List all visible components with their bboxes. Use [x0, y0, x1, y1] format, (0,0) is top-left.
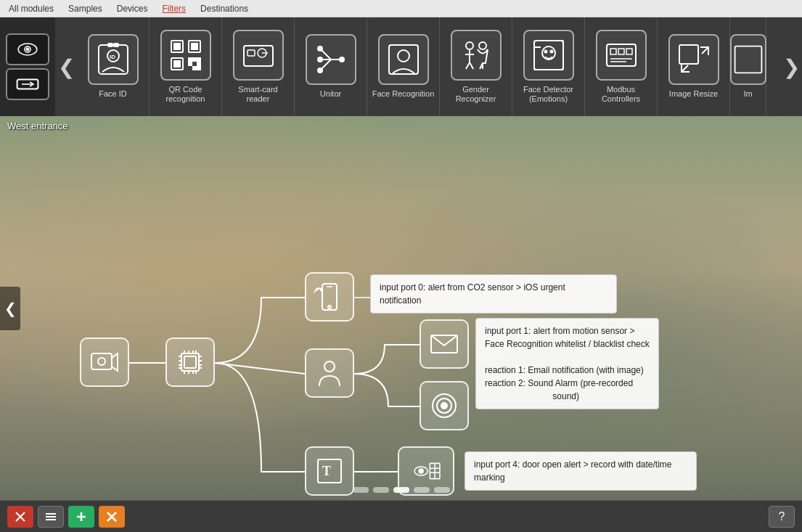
svg-rect-56 [618, 49, 624, 54]
tooltip-co2: input port 0: alert from CO2 sensor > iO… [370, 274, 617, 314]
face-detector-label: Face Detector (Emotions) [517, 85, 580, 104]
bottom-toolbar: ? [0, 500, 802, 532]
dot-3[interactable] [393, 487, 409, 493]
qr-icon-box [160, 30, 211, 81]
image-resize-label: Image Resize [669, 89, 718, 99]
dot-5[interactable] [434, 487, 450, 493]
svg-line-62 [682, 65, 688, 72]
delete-button[interactable] [7, 506, 33, 528]
svg-point-32 [340, 57, 344, 62]
svg-point-92 [324, 361, 335, 372]
svg-point-70 [98, 358, 105, 365]
module-im[interactable]: Im [730, 17, 766, 116]
module-nav-left[interactable]: ❮ [55, 17, 77, 116]
node-email[interactable] [420, 319, 469, 369]
nav-destinations[interactable]: Destinations [200, 4, 248, 14]
image-resize-icon-box [668, 34, 719, 85]
svg-text:T: T [322, 464, 331, 478]
module-bar-left-icons [0, 17, 55, 116]
help-label: ? [779, 510, 785, 523]
dot-2[interactable] [373, 487, 389, 493]
svg-point-35 [466, 42, 473, 49]
svg-rect-55 [610, 49, 616, 54]
face-recognition-label: Face Recognition [372, 89, 435, 99]
node-camera[interactable] [80, 337, 129, 387]
main-nav-left[interactable]: ❮ [0, 287, 20, 330]
nav-filters[interactable]: Filters [162, 4, 186, 14]
tooltip-co2-text: input port 0: alert from CO2 sensor > iO… [380, 282, 565, 306]
unitor-icon-box [306, 34, 356, 85]
modbus-icon-box [596, 30, 647, 81]
modbus-label: Modbus Controllers [589, 85, 652, 104]
svg-rect-63 [735, 46, 761, 73]
svg-point-29 [318, 46, 322, 51]
svg-rect-14 [174, 61, 180, 67]
module-unitor[interactable]: Unitor [295, 17, 367, 116]
module-face-recognition[interactable]: Face Recognition [367, 17, 440, 116]
svg-point-98 [441, 403, 447, 409]
eye-module-btn[interactable] [6, 33, 49, 65]
svg-rect-15 [189, 58, 192, 61]
gender-icon-box [451, 30, 502, 81]
svg-point-2 [26, 48, 28, 50]
smartcard-label: Smart-card reader [226, 85, 290, 104]
top-nav: All modules Samples Devices Filters Dest… [0, 0, 802, 17]
node-person[interactable] [305, 348, 354, 398]
svg-rect-19 [193, 67, 196, 70]
svg-rect-54 [607, 44, 636, 66]
module-face-detector[interactable]: Face Detector (Emotions) [512, 17, 585, 116]
svg-line-38 [466, 62, 470, 69]
svg-rect-42 [534, 41, 563, 70]
svg-line-61 [702, 47, 708, 54]
face-detector-icon-box [523, 30, 574, 81]
svg-rect-18 [189, 62, 192, 65]
svg-point-30 [318, 57, 322, 62]
tooltip-motion-line1: input port 1: alert from motion sensor >… [485, 326, 650, 401]
qr-code-label: QR Code recognition [154, 85, 217, 104]
add-button[interactable] [68, 506, 94, 528]
face-id-label: Face ID [99, 89, 127, 99]
tooltip-motion: input port 1: alert from motion sensor >… [475, 318, 659, 409]
svg-point-40 [479, 42, 486, 49]
module-modbus[interactable]: Modbus Controllers [585, 17, 658, 116]
module-nav-right[interactable]: ❯ [780, 17, 802, 116]
module-bar: ❮ ID Face ID [0, 17, 802, 116]
nav-all-modules[interactable]: All modules [9, 4, 54, 14]
arrow-module-btn[interactable] [6, 68, 49, 100]
svg-rect-6 [108, 44, 112, 46]
svg-point-100 [419, 469, 423, 473]
svg-text:ID: ID [110, 54, 115, 60]
svg-point-90 [328, 306, 331, 308]
list-button[interactable] [38, 506, 64, 528]
main-canvas: West entrance ❮ [0, 116, 802, 500]
nav-samples[interactable]: Samples [68, 4, 102, 14]
svg-rect-12 [192, 44, 197, 49]
remove-button[interactable] [99, 506, 125, 528]
im-icon-box [730, 34, 766, 85]
node-processor[interactable] [165, 337, 215, 387]
canvas-overlay: T [0, 116, 802, 500]
svg-rect-17 [197, 58, 200, 61]
svg-point-31 [318, 68, 322, 73]
node-mobile[interactable] [305, 272, 354, 322]
module-qr-code[interactable]: QR Code recognition [150, 17, 222, 116]
module-smartcard[interactable]: Smart-card reader [222, 17, 295, 116]
module-gender[interactable]: Gender Recognizer [440, 17, 512, 116]
nav-devices[interactable]: Devices [117, 4, 148, 14]
gender-label: Gender Recognizer [444, 85, 507, 104]
tooltip-door-text: input port 4: door open alert > record w… [474, 459, 672, 483]
svg-marker-69 [112, 353, 118, 371]
help-button[interactable]: ? [769, 506, 795, 528]
bottom-right-buttons: ? [769, 506, 795, 528]
face-recognition-icon-box [378, 34, 429, 85]
unitor-label: Unitor [320, 89, 341, 99]
module-face-id[interactable]: ID Face ID [77, 17, 150, 116]
module-image-resize[interactable]: Image Resize [658, 17, 730, 116]
svg-rect-20 [197, 62, 200, 70]
pagination-dots [353, 487, 450, 493]
im-label: Im [743, 89, 752, 99]
dot-4[interactable] [414, 487, 430, 493]
node-text[interactable]: T [305, 446, 354, 496]
dot-1[interactable] [353, 487, 369, 493]
node-sound[interactable] [420, 381, 469, 430]
